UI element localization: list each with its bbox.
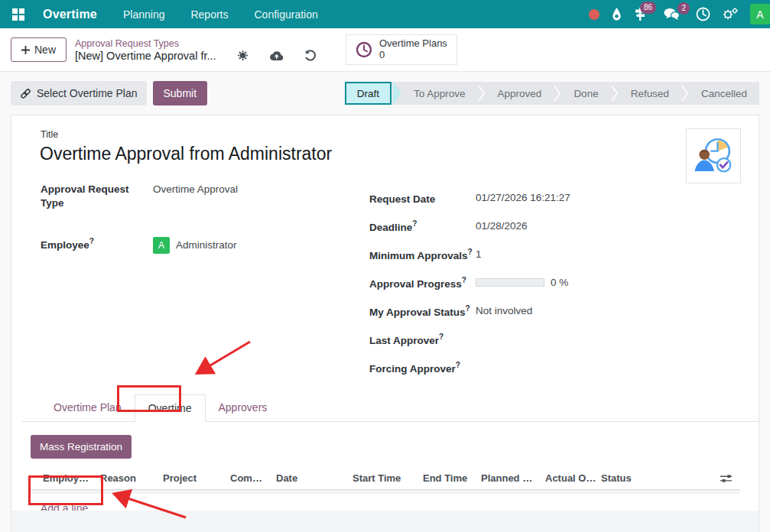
field-label: Last Approver? [369, 332, 476, 346]
record-title[interactable]: Overtime Approval from Administrator [40, 144, 740, 164]
field-last-approver: Last Approver? [369, 325, 740, 353]
field-approval-progress: Approval Progress? 0 % [369, 268, 740, 297]
field-label: Employee? [41, 237, 153, 251]
tab-approvers[interactable]: Approvers [206, 394, 281, 422]
menu-planning[interactable]: Planning [123, 8, 165, 21]
field-request-date: Request Date 01/27/2026 16:21:27 [369, 183, 740, 212]
app-brand-title[interactable]: Overtime [43, 8, 97, 21]
user-avatar[interactable]: A [750, 4, 770, 24]
mass-registration-button[interactable]: Mass Registration [31, 435, 132, 459]
progress-bar [476, 278, 544, 287]
minimum-approvals-value[interactable]: 1 [476, 248, 482, 260]
control-panel: New Approval Request Types [New] Overtim… [0, 28, 770, 72]
field-minimum-approvals: Minimum Approvals? 1 [369, 240, 740, 268]
list-column-headers: Employ… Reason Project Com… Date Start T… [31, 469, 740, 490]
deadline-value[interactable]: 01/28/2026 [476, 220, 528, 232]
column-start-time[interactable]: Start Time [353, 472, 423, 484]
link-icon [20, 88, 31, 99]
column-date[interactable]: Date [276, 472, 353, 484]
state-cancelled[interactable]: Cancelled [689, 82, 759, 105]
employee-value[interactable]: A Administrator [153, 237, 237, 254]
messages-badge: 2 [677, 2, 690, 15]
column-planned[interactable]: Planned … [481, 472, 545, 484]
tab-overtime[interactable]: Overtime [135, 394, 206, 422]
title-field-label: Title [41, 129, 740, 140]
stat-button-value: 0 [379, 50, 447, 61]
field-label: My Approval Status? [369, 304, 476, 318]
column-status[interactable]: Status [601, 472, 662, 484]
topbar-right-icons: 86 2 [589, 4, 770, 24]
breadcrumb-current: [New] Overtime Approval fr... [75, 50, 216, 62]
column-end-time[interactable]: End Time [423, 472, 481, 484]
new-button-label: New [34, 44, 56, 56]
menu-reports[interactable]: Reports [190, 8, 228, 21]
gear-actions-icon[interactable] [237, 50, 249, 61]
action-bar: Select Overtime Plan Submit Draft To App… [0, 72, 770, 115]
state-done[interactable]: Done [561, 82, 610, 105]
overtime-plans-stat-button[interactable]: Overtime Plans 0 [346, 34, 457, 65]
submit-button[interactable]: Submit [153, 81, 208, 105]
breadcrumb-parent-link[interactable]: Approval Request Types [75, 38, 317, 49]
state-draft-active[interactable]: Draft [345, 82, 391, 105]
droplet-icon[interactable] [611, 7, 622, 21]
field-deadline: Deadline? 01/28/2026 [369, 212, 740, 240]
page: Overtime Planning Reports Configuration [0, 0, 770, 532]
plus-icon [21, 46, 30, 54]
settings-cogs-icon[interactable] [722, 7, 739, 21]
column-project[interactable]: Project [163, 472, 230, 484]
stat-button-label: Overtime Plans [379, 38, 447, 50]
progress-percent-text: 0 % [551, 277, 568, 288]
employee-name[interactable]: Administrator [176, 239, 237, 251]
chevron-separator-icon [681, 82, 689, 105]
breadcrumb: Approval Request Types [New] Overtime Ap… [75, 38, 317, 62]
overtime-tab-pane: Mass Registration Employ… Reason Project… [31, 422, 740, 523]
field-approval-request-type: Approval Request Type Overtime Approval [41, 183, 369, 209]
status-pipeline: Draft To Approve Approved Done Refused C… [345, 82, 759, 105]
chevron-separator-icon [478, 82, 486, 105]
activities-signpost-icon[interactable]: 86 [634, 7, 646, 21]
state-approved[interactable]: Approved [486, 82, 554, 105]
notebook-tabs: Overtime Plan Overtime Approvers [22, 394, 759, 422]
state-refused[interactable]: Refused [619, 82, 681, 105]
top-navbar: Overtime Planning Reports Configuration [0, 0, 770, 28]
draft-arrow-icon [393, 82, 401, 105]
chevron-separator-icon [554, 82, 561, 105]
field-grid: Approval Request Type Overtime Approval … [30, 183, 740, 381]
state-to-approve[interactable]: To Approve [401, 82, 478, 105]
my-approval-status-value[interactable]: Not involved [476, 305, 532, 316]
select-overtime-plan-label: Select Overtime Plan [37, 87, 138, 99]
field-label: Request Date [369, 191, 476, 205]
empty-list-footer [11, 511, 759, 532]
employee-avatar: A [153, 237, 170, 254]
select-overtime-plan-button[interactable]: Select Overtime Plan [11, 81, 147, 105]
discard-undo-icon[interactable] [304, 50, 317, 61]
field-label: Deadline? [369, 219, 476, 233]
tab-overtime-plan[interactable]: Overtime Plan [41, 394, 135, 422]
new-button[interactable]: New [11, 37, 67, 62]
person-clock-illustration-icon [691, 134, 736, 178]
field-forcing-approver: Forcing Approver? [369, 353, 740, 381]
column-reason[interactable]: Reason [100, 472, 163, 484]
grid-icon [11, 8, 25, 21]
column-employee[interactable]: Employ… [43, 472, 100, 484]
messages-icon[interactable]: 2 [664, 8, 680, 21]
request-date-value[interactable]: 01/27/2026 16:21:27 [476, 192, 570, 203]
approval-progress-value: 0 % [476, 277, 568, 288]
save-cloud-icon[interactable] [269, 50, 284, 61]
left-field-column: Approval Request Type Overtime Approval … [30, 183, 369, 381]
record-image[interactable] [686, 128, 741, 183]
approval-request-type-value[interactable]: Overtime Approval [153, 183, 238, 195]
form-sheet: Title Overtime Approval from Administrat… [11, 115, 759, 532]
chevron-separator-icon [611, 82, 619, 105]
right-field-column: Request Date 01/27/2026 16:21:27 Deadlin… [369, 183, 740, 381]
optional-columns-sliders-icon[interactable] [720, 473, 733, 484]
apps-menu-icon[interactable] [9, 5, 28, 24]
menu-configuration[interactable]: Configuration [255, 8, 318, 21]
clock-icon [356, 41, 372, 58]
activities-badge: 86 [640, 2, 656, 14]
field-label: Approval Progress? [369, 276, 476, 290]
field-label: Approval Request Type [41, 183, 153, 209]
activity-clock-icon[interactable] [696, 7, 710, 21]
column-actual[interactable]: Actual O… [545, 472, 601, 484]
column-company[interactable]: Com… [230, 472, 276, 484]
